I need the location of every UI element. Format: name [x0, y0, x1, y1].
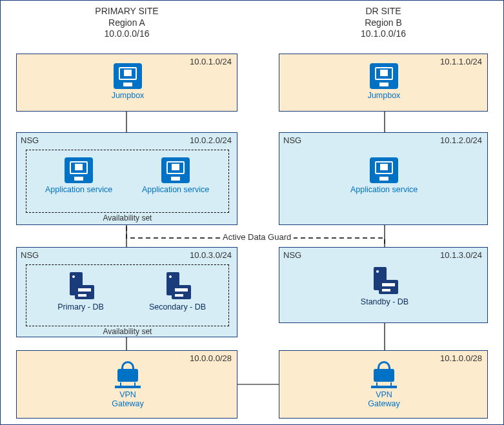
db-server-icon	[66, 272, 96, 301]
vpn-gateway-icon	[115, 361, 141, 388]
primary-app-node-2: Application service	[137, 157, 214, 194]
primary-db-subnet: NSG 10.0.3.0/24 Primary - DB Secondary -…	[16, 247, 237, 337]
primary-app-subnet: NSG 10.0.2.0/24 Application service Appl…	[16, 132, 237, 225]
dr-region: Region B	[279, 17, 488, 29]
dr-app-cidr: 10.1.2.0/24	[440, 135, 482, 145]
dr-cidr: 10.1.0.0/16	[279, 28, 488, 40]
dr-vpn-label-2: Gateway	[352, 399, 416, 408]
primary-jumpbox-label: Jumpbox	[96, 91, 160, 100]
diagram-canvas: PRIMARY SITE Region A 10.0.0.0/16 DR SIT…	[0, 0, 504, 425]
primary-db-nsg: NSG	[21, 250, 39, 260]
primary-app-nsg: NSG	[21, 135, 39, 145]
primary-header: PRIMARY SITE Region A 10.0.0.0/16	[16, 6, 237, 40]
dr-vpn-node: VPN Gateway	[352, 361, 416, 409]
primary-vpn-subnet: 10.0.0.0/28 VPN Gateway	[16, 350, 237, 419]
primary-jumpbox-cidr: 10.0.1.0/24	[190, 57, 232, 66]
active-data-guard-label: Active Data Guard	[220, 232, 294, 242]
primary-app-node-1: Application service	[40, 157, 117, 194]
primary-app-avset-label: Availability set	[26, 213, 229, 222]
vm-icon	[370, 157, 398, 183]
vm-icon	[114, 63, 142, 89]
dr-db-subnet: NSG 10.1.3.0/24 Standby - DB	[279, 247, 488, 323]
primary-db-label-1: Primary - DB	[45, 302, 116, 311]
dr-db-cidr: 10.1.3.0/24	[440, 250, 482, 260]
vpn-gateway-icon	[371, 361, 397, 388]
dr-app-nsg: NSG	[283, 135, 301, 145]
dr-jumpbox-subnet: 10.1.1.0/24 Jumpbox	[279, 54, 488, 112]
primary-db-label-2: Secondary - DB	[142, 302, 213, 311]
primary-vpn-node: VPN Gateway	[96, 361, 160, 409]
primary-title: PRIMARY SITE	[16, 6, 237, 17]
dr-db-label: Standby - DB	[349, 297, 420, 306]
dr-app-subnet: NSG 10.1.2.0/24 Application service	[279, 132, 488, 225]
dr-header: DR SITE Region B 10.1.0.0/16	[279, 6, 488, 40]
primary-cidr: 10.0.0.0/16	[16, 28, 237, 40]
dr-app-node: Application service	[344, 157, 424, 194]
vm-icon	[65, 157, 93, 183]
primary-app-label-1: Application service	[40, 185, 117, 194]
dr-vpn-label-1: VPN	[352, 390, 416, 399]
db-server-icon	[370, 267, 399, 295]
primary-app-label-2: Application service	[137, 185, 214, 194]
dr-title: DR SITE	[279, 6, 488, 17]
dr-db-nsg: NSG	[283, 250, 301, 260]
dr-vpn-subnet: 10.1.0.0/28 VPN Gateway	[279, 350, 488, 419]
primary-region: Region A	[16, 17, 237, 29]
primary-db-cidr: 10.0.3.0/24	[190, 250, 232, 260]
primary-vpn-label-2: Gateway	[96, 399, 160, 408]
primary-jumpbox-subnet: 10.0.1.0/24 Jumpbox	[16, 54, 237, 112]
dr-jumpbox-node: Jumpbox	[352, 63, 416, 100]
db-server-icon	[163, 272, 192, 301]
dr-db-node: Standby - DB	[349, 267, 420, 306]
vm-icon	[370, 63, 398, 89]
dr-jumpbox-label: Jumpbox	[352, 91, 416, 100]
vm-icon	[161, 157, 190, 183]
primary-jumpbox-node: Jumpbox	[96, 63, 160, 100]
primary-vpn-label-1: VPN	[96, 390, 160, 399]
primary-db-node-1: Primary - DB	[45, 272, 116, 311]
dr-jumpbox-cidr: 10.1.1.0/24	[440, 57, 482, 66]
dr-app-label: Application service	[344, 185, 424, 194]
primary-db-avset-label: Availability set	[26, 327, 229, 336]
dr-vpn-cidr: 10.1.0.0/28	[440, 353, 482, 363]
primary-vpn-cidr: 10.0.0.0/28	[190, 353, 232, 363]
primary-db-node-2: Secondary - DB	[142, 272, 213, 311]
primary-app-cidr: 10.0.2.0/24	[190, 135, 232, 145]
